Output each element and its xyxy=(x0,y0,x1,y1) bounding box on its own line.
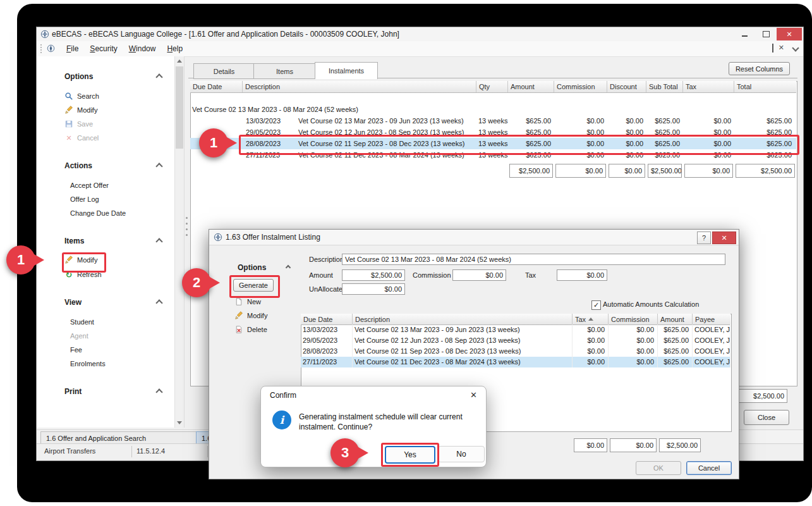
modal-close-button[interactable]: ✕ xyxy=(712,231,736,244)
chevron-up-icon[interactable] xyxy=(155,388,162,395)
tab-details[interactable]: Details xyxy=(193,63,255,79)
section-title: Actions xyxy=(64,161,92,170)
sidebar-item-search[interactable]: Search xyxy=(37,90,169,102)
column-header-due-date[interactable]: Due Date xyxy=(301,314,353,324)
cell-commission: $0.00 xyxy=(609,346,658,357)
menu-file[interactable]: File xyxy=(61,42,84,55)
chevron-up-icon[interactable] xyxy=(286,265,291,270)
bottom-tab-offer-search[interactable]: 1.6 Offer and Application Search xyxy=(40,431,206,445)
confirm-message: Generating instalment schedule will clea… xyxy=(299,412,477,432)
menu-window[interactable]: Window xyxy=(123,42,162,55)
sidebar-section-options[interactable]: Options xyxy=(64,71,93,82)
close-button[interactable]: ✕ xyxy=(777,28,802,40)
column-header-amount[interactable]: Amount xyxy=(508,81,554,92)
sidebar-item-fee[interactable]: Fee xyxy=(37,343,169,356)
column-header-due-date[interactable]: Due Date xyxy=(190,81,243,92)
sidebar-item-student[interactable]: Student xyxy=(37,316,169,328)
sidebar-section-view[interactable]: View xyxy=(64,297,82,307)
column-header-total[interactable]: Total xyxy=(734,81,796,92)
cell-description: Vet Course 02 11 Dec 2023 - 08 Mar 2024 … xyxy=(353,357,573,367)
table-row[interactable]: 28/08/2023Vet Course 02 11 Sep 2023 - 08… xyxy=(301,346,730,357)
sidebar-item-enrolments[interactable]: Enrolments xyxy=(37,357,169,370)
cell-payee: COOLEY, Jo xyxy=(693,335,730,346)
modal-item-modify[interactable]: Modify xyxy=(209,309,291,322)
table-row[interactable]: 29/05/2023Vet Course 02 12 Jun 2023 - 08… xyxy=(301,335,730,346)
modal-total-tax: $0.00 xyxy=(574,438,607,452)
mdi-restore-icon[interactable] xyxy=(772,44,773,52)
status-separator xyxy=(207,446,208,457)
scrollbar-thumb[interactable] xyxy=(176,66,183,149)
auto-calc-checkbox[interactable]: ✓ xyxy=(591,300,601,310)
table-row[interactable]: 27/11/2023Vet Course 02 11 Dec 2023 - 08… xyxy=(301,357,730,367)
column-header-sub-total[interactable]: Sub Total xyxy=(646,81,683,92)
column-header-commission[interactable]: Commission xyxy=(554,81,607,92)
chevron-up-icon[interactable] xyxy=(155,238,162,245)
group-row[interactable]: Vet Course 02 13 Mar 2023 - 08 Mar 2024 … xyxy=(190,104,796,115)
cancel-button[interactable]: Cancel xyxy=(686,461,732,475)
sidebar-item-accept-offer[interactable]: Accept Offer xyxy=(37,179,169,192)
modal-item-delete[interactable]: Delete xyxy=(209,323,291,336)
chevron-up-icon[interactable] xyxy=(155,73,162,80)
amount-field[interactable]: $2,500.00 xyxy=(342,269,405,281)
step-badge-3-yes: 3 xyxy=(330,438,360,467)
cell-due_date: 29/05/2023 xyxy=(301,335,353,346)
scroll-down-icon[interactable] xyxy=(175,418,184,428)
sidebar-section-items[interactable]: Items xyxy=(64,236,84,246)
description-field[interactable]: Vet Course 02 13 Mar 2023 - 08 Mar 2024 … xyxy=(342,254,725,265)
column-header-commission[interactable]: Commission xyxy=(609,314,658,324)
chevron-up-icon[interactable] xyxy=(155,299,162,306)
unallocated-field[interactable]: $0.00 xyxy=(342,283,405,295)
modal-options-header[interactable]: Options xyxy=(238,262,266,273)
column-header-discount[interactable]: Discount xyxy=(607,81,646,92)
cell-due_date: 27/11/2023 xyxy=(301,357,353,367)
cell-discount: $0.00 xyxy=(607,115,646,126)
sidebar-scrollbar[interactable] xyxy=(174,56,184,428)
cell-description: Vet Course 02 11 Sep 2023 - 08 Dec 2023 … xyxy=(353,346,573,357)
amount-label: Amount xyxy=(309,271,333,279)
sidebar-item-change-due-date[interactable]: Change Due Date xyxy=(37,207,169,219)
sidebar-item-label: Enrolments xyxy=(70,360,106,367)
column-header-description[interactable]: Description xyxy=(243,81,476,92)
minimize-button[interactable] xyxy=(734,28,755,40)
tab-instalments[interactable]: Instalments xyxy=(315,62,378,79)
sidebar-item-label: Agent xyxy=(70,332,88,340)
tax-field[interactable]: $0.00 xyxy=(557,269,607,281)
column-header-tax[interactable]: Tax xyxy=(573,314,609,324)
menu-help[interactable]: Help xyxy=(161,42,188,55)
no-button[interactable]: No xyxy=(438,446,485,462)
sidebar-item-offer-log[interactable]: Offer Log xyxy=(37,193,169,206)
tab-label: Details xyxy=(214,68,235,75)
column-header-amount[interactable]: Amount xyxy=(658,314,693,324)
cell-tax: $0.00 xyxy=(573,324,609,335)
confirm-close-icon[interactable]: ✕ xyxy=(470,390,477,400)
cell-tax: $0.00 xyxy=(573,346,609,357)
help-button[interactable]: ? xyxy=(697,231,711,244)
button-label: Close xyxy=(758,414,775,421)
cell-tax: $0.00 xyxy=(683,115,734,126)
modal-title: 1.63 Offer Instalment Listing xyxy=(226,233,320,242)
menu-security[interactable]: Security xyxy=(84,42,123,55)
item-label: Delete xyxy=(247,326,267,333)
close-button-main[interactable]: Close xyxy=(744,410,789,425)
column-header-payee[interactable]: Payee xyxy=(693,314,730,324)
sidebar-section-print[interactable]: Print xyxy=(64,386,82,397)
chevron-up-icon[interactable] xyxy=(155,163,162,170)
chevron-down-icon[interactable] xyxy=(792,44,799,51)
scroll-up-icon[interactable] xyxy=(175,56,184,66)
column-header-description[interactable]: Description xyxy=(353,314,573,324)
sidebar-item-modify[interactable]: Modify xyxy=(37,104,169,116)
maximize-button[interactable] xyxy=(755,28,777,40)
sidebar-section-actions[interactable]: Actions xyxy=(64,161,92,171)
cell-commission: $0.00 xyxy=(609,357,658,367)
table-row[interactable]: 13/03/2023Vet Course 02 13 Mar 2023 - 09… xyxy=(190,115,796,126)
table-row[interactable]: 13/03/2023Vet Course 02 13 Mar 2023 - 09… xyxy=(301,324,730,335)
reset-columns-button[interactable]: Reset Columns xyxy=(729,62,790,75)
commission-field[interactable]: $0.00 xyxy=(452,269,506,281)
sidebar-item-cancel: ✕ Cancel xyxy=(37,132,169,144)
group-total-total: $2,500.00 xyxy=(736,164,795,178)
column-header-qty[interactable]: Qty xyxy=(476,81,508,92)
tab-items[interactable]: Items xyxy=(253,63,316,79)
splitter-handle[interactable] xyxy=(185,217,188,255)
column-header-tax[interactable]: Tax xyxy=(683,81,734,92)
mdi-close-icon[interactable]: ✕ xyxy=(779,44,784,52)
